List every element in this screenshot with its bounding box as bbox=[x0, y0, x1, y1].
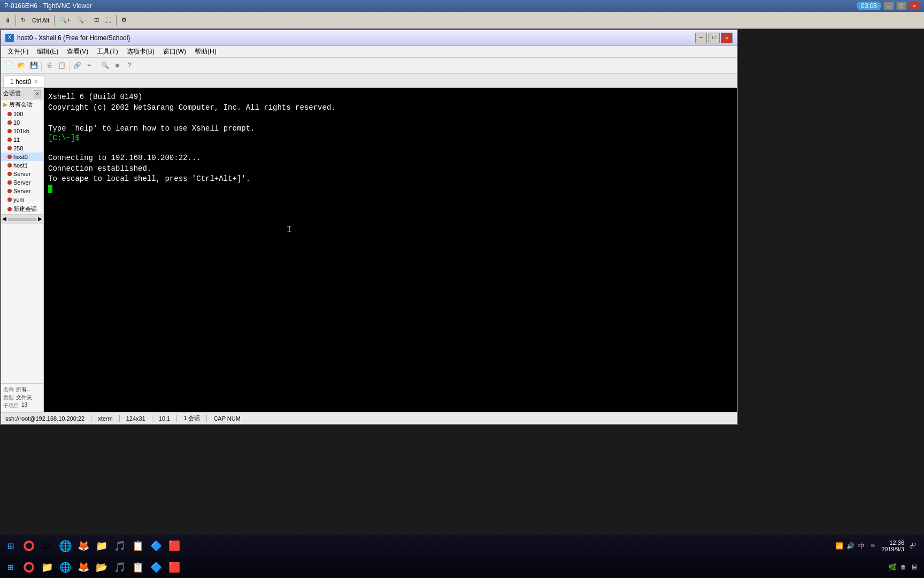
taskbar1-right: 🌿 ☎ 🖥 bbox=[884, 562, 922, 572]
tb-sep1 bbox=[41, 61, 42, 71]
vnc-zoom-in-btn[interactable]: 🔍+ bbox=[57, 14, 73, 27]
tb1-notepad-icon[interactable]: 🎵 bbox=[111, 558, 128, 577]
tb1-folder-icon[interactable]: 📂 bbox=[93, 558, 110, 577]
taskbar-row2: ⊞ ⭕ 🗂 🌐 🦊 📁 🎵 📋 🔷 🟥 📶 🔊 中 ⌨ 12:36 2019/9… bbox=[0, 535, 924, 557]
systray-network-icon[interactable]: 📶 bbox=[834, 541, 844, 551]
menu-file[interactable]: 文件(F) bbox=[3, 46, 33, 57]
systray2-icon2[interactable]: ☎ bbox=[898, 562, 908, 572]
tb-open-btn[interactable]: 📂 bbox=[16, 60, 27, 72]
tb1-chrome-icon[interactable]: 🌐 bbox=[57, 558, 74, 577]
dot-icon bbox=[7, 172, 12, 176]
name-value: 所有... bbox=[16, 386, 31, 393]
menu-edit[interactable]: 编辑(E) bbox=[33, 46, 63, 57]
systray-volume-icon[interactable]: 🔊 bbox=[845, 541, 855, 551]
tb-disconnect-btn[interactable]: ✂ bbox=[83, 60, 95, 72]
systray-keyboard-icon[interactable]: ⌨ bbox=[868, 541, 877, 551]
terminal-prompt-line: [C:\~]$ bbox=[48, 134, 733, 142]
sidebar-item-all-sessions[interactable]: ▶ 所有会话 bbox=[1, 100, 43, 110]
tb-connect-btn[interactable]: 🔗 bbox=[71, 60, 83, 72]
tb-copy-btn[interactable]: ⎘ bbox=[43, 60, 55, 72]
vnc-minimize-btn[interactable]: — bbox=[883, 2, 894, 10]
tb2-app7-icon[interactable]: 🟥 bbox=[166, 536, 183, 556]
dot-icon bbox=[7, 120, 12, 125]
tb2-media-icon[interactable]: 🎵 bbox=[111, 536, 128, 556]
sidebar-item-host1[interactable]: host1 bbox=[1, 161, 43, 170]
tb-find-btn[interactable]: 🔍 bbox=[99, 60, 111, 72]
tb1-firefox-icon[interactable]: 🦊 bbox=[75, 558, 92, 577]
type-value: 文件夹 bbox=[16, 394, 32, 401]
menu-window[interactable]: 窗口(W) bbox=[159, 46, 190, 57]
sidebar-item-11[interactable]: 11 bbox=[1, 135, 43, 144]
vnc-refresh-btn[interactable]: ↻ bbox=[18, 14, 28, 27]
tb1-cmd-icon[interactable]: 📋 bbox=[129, 558, 147, 577]
tb2-win-icon[interactable]: ⊞ bbox=[2, 536, 19, 556]
sidebar-scroll-left-btn[interactable]: ◀ bbox=[2, 216, 6, 223]
tb-help-btn[interactable]: ? bbox=[124, 60, 135, 72]
vnc-send-keys-btn[interactable]: Ctrl Alt bbox=[29, 14, 52, 27]
xshell-terminal[interactable]: Xshell 6 (Build 0149) Copyright (c) 2002… bbox=[44, 88, 737, 412]
sidebar-scrollbar[interactable] bbox=[7, 218, 37, 221]
tb-paste-btn[interactable]: 📋 bbox=[56, 60, 67, 72]
systray2-vnc-icon[interactable]: 🖥 bbox=[909, 562, 919, 572]
sidebar-item-10[interactable]: 10 bbox=[1, 118, 43, 127]
tb2-firefox-icon[interactable]: 🦊 bbox=[75, 536, 92, 556]
tb2-folder-icon[interactable]: 🗂 bbox=[38, 536, 56, 556]
tb2-chrome-icon[interactable]: 🌐 bbox=[57, 536, 74, 556]
dot-icon bbox=[7, 146, 12, 150]
statusbar-terminal: xterm bbox=[98, 415, 113, 422]
tb2-app6-icon[interactable]: 🔷 bbox=[148, 536, 165, 556]
vnc-maximize-btn[interactable]: □ bbox=[896, 2, 907, 10]
statusbar-caps: CAP NUM bbox=[213, 415, 241, 422]
sidebar-item-yum[interactable]: yum bbox=[1, 195, 43, 204]
sidebar-item-label: Server bbox=[13, 179, 30, 186]
tab-host0[interactable]: 1 host0 × bbox=[3, 75, 44, 87]
sidebar-item-new-session[interactable]: 新建会话 bbox=[1, 204, 43, 214]
vnc-zoom-out-btn[interactable]: 🔍− bbox=[74, 14, 90, 27]
tb2-files-icon[interactable]: 📁 bbox=[93, 536, 110, 556]
systray-area: 📶 🔊 中 ⌨ 12:36 2019/9/3 🗪 bbox=[830, 539, 922, 552]
tb1-win-start-icon[interactable]: ⊞ bbox=[2, 558, 19, 577]
cursor-ibeam: I bbox=[287, 224, 292, 235]
sidebar-close-btn[interactable]: × bbox=[34, 90, 41, 97]
systray-lang-icon[interactable]: 中 bbox=[857, 541, 866, 551]
vnc-options-btn[interactable]: ⚙ bbox=[119, 14, 129, 27]
vnc-fullscreen-btn[interactable]: ⛶ bbox=[103, 14, 114, 27]
menu-view[interactable]: 查看(V) bbox=[63, 46, 93, 57]
systray-action-center-icon[interactable]: 🗪 bbox=[908, 541, 918, 551]
count-label: 子项目 bbox=[3, 402, 19, 409]
menu-tools[interactable]: 工具(T) bbox=[93, 46, 122, 57]
tab-close-icon[interactable]: × bbox=[34, 79, 37, 85]
tb2-app5-icon[interactable]: 📋 bbox=[129, 536, 147, 556]
sidebar-header: 会话管... × bbox=[1, 88, 43, 100]
tb1-app7-icon[interactable]: 🟥 bbox=[166, 558, 183, 577]
systray2-icon1[interactable]: 🌿 bbox=[888, 562, 897, 572]
sidebar-item-label: Server bbox=[13, 171, 30, 177]
vnc-fit-btn[interactable]: ⊡ bbox=[91, 14, 102, 27]
sidebar-scroll-right-btn[interactable]: ▶ bbox=[38, 216, 42, 223]
menu-tabs[interactable]: 选项卡(B) bbox=[122, 46, 159, 57]
sidebar-item-101kb[interactable]: 101kb bbox=[1, 127, 43, 135]
vnc-pause-btn[interactable]: ⏸ bbox=[2, 14, 13, 27]
tb1-circle-icon[interactable]: ⭕ bbox=[20, 558, 37, 577]
tb-settings-btn[interactable]: ⚙ bbox=[111, 60, 123, 72]
folder-icon: ▶ bbox=[3, 101, 7, 108]
tb1-app6-icon[interactable]: 🔷 bbox=[148, 558, 165, 577]
tb-new-session-btn[interactable]: 📄 bbox=[3, 60, 15, 72]
xshell-minimize-btn[interactable]: — bbox=[695, 33, 707, 43]
sidebar-item-server2[interactable]: Server bbox=[1, 178, 43, 187]
menu-help[interactable]: 帮助(H) bbox=[190, 46, 221, 57]
count-value: 13 bbox=[21, 402, 27, 409]
vnc-close-btn[interactable]: ✕ bbox=[909, 2, 920, 10]
sidebar-item-100[interactable]: 100 bbox=[1, 110, 43, 118]
sidebar-item-host0[interactable]: host0 bbox=[1, 153, 43, 161]
tb2-circle-icon[interactable]: ⭕ bbox=[20, 536, 37, 556]
tb-save-btn[interactable]: 💾 bbox=[28, 60, 40, 72]
sidebar-item-server3[interactable]: Server bbox=[1, 187, 43, 195]
tb1-explorer-icon[interactable]: 📁 bbox=[38, 558, 56, 577]
sidebar-item-server1[interactable]: Server bbox=[1, 170, 43, 178]
xshell-maximize-btn[interactable]: □ bbox=[708, 33, 720, 43]
terminal-line1: Xshell 6 (Build 0149) bbox=[48, 92, 733, 103]
taskbar-clock[interactable]: 12:36 2019/9/3 bbox=[879, 539, 906, 552]
sidebar-item-250[interactable]: 250 bbox=[1, 144, 43, 153]
xshell-close-btn[interactable]: ✕ bbox=[721, 33, 733, 43]
